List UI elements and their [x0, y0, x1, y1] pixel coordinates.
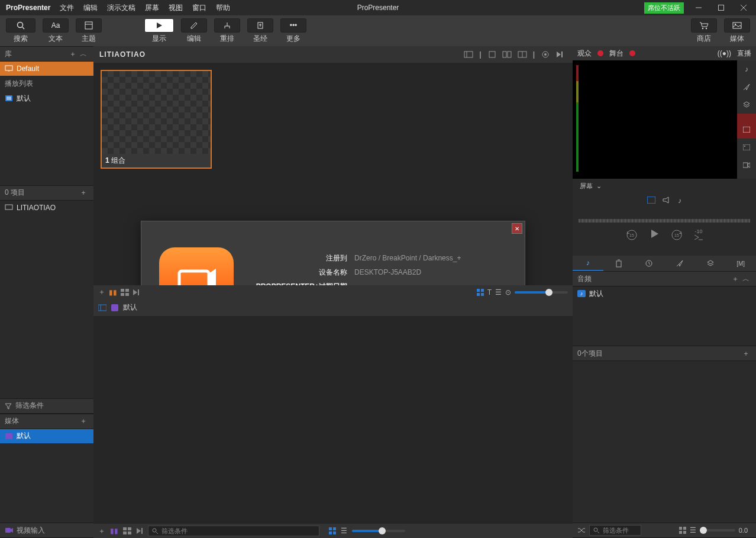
svg-rect-51	[98, 305, 106, 311]
dialog-close-button[interactable]: ✕	[512, 223, 522, 234]
reflow-button[interactable]: 重排	[211, 17, 244, 45]
items-add-icon[interactable]: ＋	[78, 188, 89, 198]
rtab-timer[interactable]	[603, 256, 634, 271]
record-icon[interactable]	[538, 50, 553, 59]
svg-rect-73	[647, 196, 655, 204]
menu-help[interactable]: 帮助	[211, 3, 235, 13]
tab-video-icon[interactable]	[737, 156, 756, 174]
view-grid-icon[interactable]	[477, 289, 484, 296]
maximize-button[interactable]	[710, 0, 732, 15]
mfooter-add-icon[interactable]: ＋	[98, 526, 105, 536]
items-entry[interactable]: LITIAOTIAO	[0, 201, 93, 215]
menu-presentation[interactable]: 演示文稿	[102, 3, 140, 13]
slide-area[interactable]: 1 组合 ✕ 注册到DrZero / BreakPoint / Darkness…	[93, 63, 573, 285]
back15-button[interactable]: 15	[625, 228, 638, 241]
header-icon-2[interactable]	[485, 51, 499, 58]
menu-edit[interactable]: 编辑	[79, 3, 102, 13]
more-button[interactable]: •••更多	[277, 17, 310, 45]
rview-list-icon[interactable]: ☰	[690, 526, 696, 534]
menu-screen[interactable]: 屏幕	[140, 3, 164, 13]
screen-dropdown[interactable]: 屏幕⌄	[573, 179, 756, 193]
stage-label[interactable]: 舞台	[609, 49, 623, 59]
doc-icon	[5, 204, 13, 211]
audio-item-default[interactable]: ♪ 默认	[573, 286, 756, 301]
seat-status-badge[interactable]: 席位不活跃	[644, 2, 684, 14]
text-button[interactable]: Aa文本	[39, 17, 72, 45]
bible-button[interactable]: 圣经	[244, 17, 277, 45]
media-theme-icon[interactable]	[111, 304, 118, 311]
next-icon[interactable]	[553, 50, 567, 59]
close-button[interactable]	[732, 0, 755, 15]
output-slide-icon[interactable]	[647, 196, 655, 205]
library-item-default[interactable]: Default	[0, 62, 93, 76]
broadcast-icon[interactable]: ((●))	[718, 49, 731, 57]
mfooter-grid-icon[interactable]: ▮▮	[110, 527, 118, 535]
media-search-input[interactable]: 筛选条件	[148, 526, 319, 536]
show-button[interactable]: 显示	[141, 17, 177, 45]
view-text-icon[interactable]: T	[487, 288, 492, 297]
tab-slide-icon[interactable]	[737, 121, 756, 138]
view-list-icon[interactable]: ☰	[495, 288, 502, 297]
tab-image-icon[interactable]	[737, 138, 756, 156]
header-icon-1[interactable]	[461, 51, 476, 58]
footer-add-icon[interactable]: ＋	[98, 287, 105, 297]
tab-send-icon[interactable]	[737, 78, 756, 96]
media-add-icon[interactable]: ＋	[78, 416, 89, 426]
live-label[interactable]: 直播	[737, 49, 751, 59]
edit-button[interactable]: 编辑	[177, 17, 211, 45]
clear-all-button[interactable]: 清除全部	[737, 114, 756, 121]
output-audio-icon[interactable]: ♪	[678, 196, 681, 205]
audio-collapse-icon[interactable]: ︿	[741, 274, 751, 284]
fwd15-button[interactable]: 15	[670, 228, 683, 241]
menu-file[interactable]: 文件	[55, 3, 79, 13]
mfooter-next-icon[interactable]	[136, 527, 143, 534]
rtab-message[interactable]	[664, 256, 695, 271]
rview-grid-icon[interactable]	[679, 527, 686, 534]
shuffle-icon[interactable]	[577, 527, 586, 534]
menu-window[interactable]: 窗口	[188, 3, 211, 13]
media-thumbnail-slider[interactable]	[352, 530, 405, 532]
output-announce-icon[interactable]	[663, 196, 671, 205]
rtab-clock[interactable]	[634, 256, 664, 271]
tab-layers-icon[interactable]	[737, 96, 756, 114]
footer-tile-icon[interactable]	[121, 289, 129, 296]
goto-end-button[interactable]: -10	[694, 228, 703, 241]
audio-add-icon[interactable]: ＋	[730, 274, 741, 284]
menu-view[interactable]: 视图	[164, 3, 188, 13]
library-add-icon[interactable]: ＋	[67, 49, 78, 59]
slide-1[interactable]: 1 组合	[101, 70, 212, 169]
header-icon-4[interactable]	[515, 51, 530, 58]
footer-grid-icon[interactable]: ▮▮	[109, 288, 117, 297]
video-input-header[interactable]: 视频输入	[0, 523, 93, 538]
items-panel-add-icon[interactable]: ＋	[741, 349, 751, 359]
mfooter-tile-icon[interactable]	[123, 527, 131, 534]
mview-list-icon[interactable]: ☰	[341, 527, 347, 535]
tab-audio-icon[interactable]: ♪	[737, 60, 756, 78]
right-size-slider[interactable]	[700, 529, 735, 531]
minimize-button[interactable]	[687, 0, 710, 15]
view-more-icon[interactable]: ⊙	[505, 288, 511, 297]
rtab-audio[interactable]: ♪	[573, 256, 603, 271]
preview-screen[interactable]	[573, 60, 737, 179]
media-item-default[interactable]: 默认	[0, 429, 93, 443]
playlist-item-default[interactable]: 默认	[0, 91, 93, 105]
filter-header[interactable]: 筛选条件	[0, 398, 93, 414]
media-area[interactable]	[93, 316, 573, 524]
library-collapse-icon[interactable]: ︿	[78, 49, 89, 59]
media-button[interactable]: 媒体	[721, 17, 754, 45]
mview-grid-icon[interactable]	[329, 527, 336, 534]
footer-next-icon[interactable]	[133, 289, 140, 296]
audience-label[interactable]: 观众	[577, 49, 592, 59]
store-button[interactable]: 商店	[687, 17, 721, 45]
media-layout-icon[interactable]	[98, 304, 106, 311]
play-button[interactable]	[649, 228, 660, 241]
playback-progress[interactable]	[579, 219, 750, 223]
header-icon-3[interactable]	[499, 51, 515, 58]
right-search-input[interactable]: 筛选条件	[589, 525, 641, 536]
rtab-macro[interactable]: [M]	[725, 256, 756, 271]
theme-button[interactable]: 主题	[72, 17, 105, 45]
registered-to-value: DrZero / BreakPoint / Darkness_+	[354, 254, 461, 262]
thumbnail-size-slider[interactable]	[515, 291, 568, 294]
rtab-stack[interactable]	[695, 256, 726, 271]
search-button[interactable]: 搜索	[2, 17, 39, 45]
